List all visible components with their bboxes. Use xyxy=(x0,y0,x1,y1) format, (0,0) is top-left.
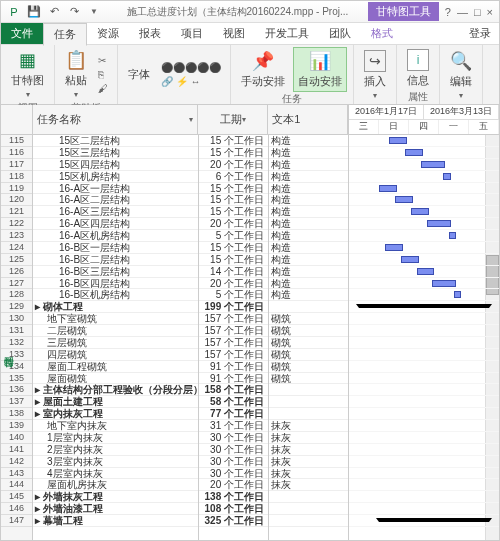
duration-cell[interactable]: 30 个工作日 xyxy=(199,468,268,480)
undo-icon[interactable]: ↶ xyxy=(45,3,63,21)
row-number[interactable]: 146 xyxy=(1,503,32,515)
text-cell[interactable]: 构造 xyxy=(269,147,348,159)
task-name-cell[interactable]: ▸ 室内抹灰工程 xyxy=(33,408,198,420)
row-number[interactable]: 138 xyxy=(1,408,32,420)
duration-cell[interactable]: 157 个工作日 xyxy=(199,349,268,361)
duration-cell[interactable]: 15 个工作日 xyxy=(199,135,268,147)
text-cell[interactable]: 构造 xyxy=(269,135,348,147)
duration-cell[interactable]: 15 个工作日 xyxy=(199,183,268,195)
schedule-icons[interactable]: ⚫⚫⚫⚫⚫ xyxy=(158,61,224,74)
duration-cell[interactable]: 15 个工作日 xyxy=(199,206,268,218)
text-cell[interactable]: 构造 xyxy=(269,230,348,242)
row-number[interactable]: 141 xyxy=(1,444,32,456)
task-name-cell[interactable]: 15区机房结构 xyxy=(33,171,198,183)
gantt-bar[interactable] xyxy=(385,244,403,251)
task-name-cell[interactable]: 屋面工程砌筑 xyxy=(33,361,198,373)
task-name-cell[interactable]: 3层室内抹灰 xyxy=(33,456,198,468)
row-number[interactable]: 144 xyxy=(1,479,32,491)
task-name-cell[interactable]: 地下室内抹灰 xyxy=(33,420,198,432)
duration-cell[interactable]: 5 个工作日 xyxy=(199,289,268,301)
gantt-bar[interactable] xyxy=(427,220,451,227)
row-number[interactable]: 139 xyxy=(1,420,32,432)
task-name-cell[interactable]: ▸ 外墙抹灰工程 xyxy=(33,491,198,503)
duration-cell[interactable]: 20 个工作日 xyxy=(199,159,268,171)
text-cell[interactable]: 构造 xyxy=(269,159,348,171)
row-number[interactable]: 134 xyxy=(1,361,32,373)
tab-format[interactable]: 格式 xyxy=(361,23,403,44)
row-number[interactable]: 115 xyxy=(1,135,32,147)
row-number[interactable]: 125 xyxy=(1,254,32,266)
task-name-cell[interactable]: 15区二层结构 xyxy=(33,135,198,147)
task-name-cell[interactable]: ▸ 砌体工程 xyxy=(33,301,198,313)
duration-cell[interactable]: 31 个工作日 xyxy=(199,420,268,432)
gantt-bar[interactable] xyxy=(449,232,456,239)
tab-view[interactable]: 视图 xyxy=(213,23,255,44)
qat-dropdown-icon[interactable]: ▼ xyxy=(85,3,103,21)
col-name[interactable]: 任务名称▾ xyxy=(33,105,199,134)
cut-icon[interactable]: ✂ xyxy=(95,54,111,67)
dropdown-icon[interactable]: ▾ xyxy=(242,115,246,124)
text-cell[interactable]: 抹灰 xyxy=(269,468,348,480)
row-number[interactable]: 126 xyxy=(1,266,32,278)
paste-button[interactable]: 📋粘贴▾ xyxy=(61,47,91,101)
task-name-cell[interactable]: 15区三层结构 xyxy=(33,147,198,159)
tab-report[interactable]: 报表 xyxy=(129,23,171,44)
row-number[interactable]: 129 xyxy=(1,301,32,313)
col-text1[interactable]: 文本1 xyxy=(268,105,348,134)
duration-cell[interactable]: 5 个工作日 xyxy=(199,230,268,242)
tab-team[interactable]: 团队 xyxy=(319,23,361,44)
task-name-cell[interactable]: 15区四层结构 xyxy=(33,159,198,171)
font-button[interactable]: 字体 xyxy=(124,65,154,84)
text-cell[interactable]: 砌筑 xyxy=(269,361,348,373)
text-cell[interactable]: 构造 xyxy=(269,206,348,218)
help-icon[interactable]: ? xyxy=(445,6,451,18)
duration-cell[interactable]: 14 个工作日 xyxy=(199,266,268,278)
duration-cell[interactable]: 15 个工作日 xyxy=(199,147,268,159)
redo-icon[interactable]: ↷ xyxy=(65,3,83,21)
text-cell[interactable]: 构造 xyxy=(269,289,348,301)
minimize-icon[interactable]: — xyxy=(457,6,468,18)
context-tab-gantt[interactable]: 甘特图工具 xyxy=(368,2,439,21)
task-name-cell[interactable]: 1层室内抹灰 xyxy=(33,432,198,444)
gantt-bar[interactable] xyxy=(389,137,407,144)
gantt-bar[interactable] xyxy=(443,173,451,180)
tab-project[interactable]: 项目 xyxy=(171,23,213,44)
close-icon[interactable]: × xyxy=(487,6,493,18)
summary-bar[interactable] xyxy=(379,518,489,522)
task-name-cell[interactable]: 地下室砌筑 xyxy=(33,313,198,325)
gantt-bar[interactable] xyxy=(405,149,423,156)
task-name-cell[interactable]: 三层砌筑 xyxy=(33,337,198,349)
duration-cell[interactable]: 30 个工作日 xyxy=(199,456,268,468)
duration-cell[interactable]: 91 个工作日 xyxy=(199,373,268,385)
text-cell[interactable] xyxy=(269,301,348,313)
row-number[interactable]: 140 xyxy=(1,432,32,444)
task-name-cell[interactable]: 16-A区一层结构 xyxy=(33,183,198,195)
row-number[interactable]: 127 xyxy=(1,278,32,290)
task-name-cell[interactable]: ▸ 屋面土建工程 xyxy=(33,396,198,408)
task-name-cell[interactable]: 屋面砌筑 xyxy=(33,373,198,385)
gantt-bar[interactable] xyxy=(401,256,419,263)
duration-cell[interactable]: 157 个工作日 xyxy=(199,325,268,337)
duration-cell[interactable]: 325 个工作日 xyxy=(199,515,268,527)
row-number[interactable]: 143 xyxy=(1,468,32,480)
tab-resource[interactable]: 资源 xyxy=(87,23,129,44)
col-rownum[interactable] xyxy=(1,105,33,134)
text-cell[interactable]: 砌筑 xyxy=(269,325,348,337)
task-name-cell[interactable]: 16-A区三层结构 xyxy=(33,206,198,218)
duration-cell[interactable]: 91 个工作日 xyxy=(199,361,268,373)
row-number[interactable]: 119 xyxy=(1,183,32,195)
row-number[interactable]: 124 xyxy=(1,242,32,254)
duration-cell[interactable]: 30 个工作日 xyxy=(199,444,268,456)
login-link[interactable]: 登录 xyxy=(461,26,499,41)
row-number[interactable]: 145 xyxy=(1,491,32,503)
task-name-cell[interactable]: 屋面机房抹灰 xyxy=(33,479,198,491)
text-cell[interactable]: 构造 xyxy=(269,254,348,266)
row-number[interactable]: 135 xyxy=(1,373,32,385)
row-number[interactable]: 118 xyxy=(1,171,32,183)
text-cell[interactable]: 构造 xyxy=(269,218,348,230)
insert-button[interactable]: ↪插入▾ xyxy=(360,48,390,102)
gantt-bar[interactable] xyxy=(421,161,445,168)
col-duration[interactable]: 工期▾ xyxy=(198,105,268,134)
task-name-cell[interactable]: 四层砌筑 xyxy=(33,349,198,361)
row-number[interactable]: 133 xyxy=(1,349,32,361)
